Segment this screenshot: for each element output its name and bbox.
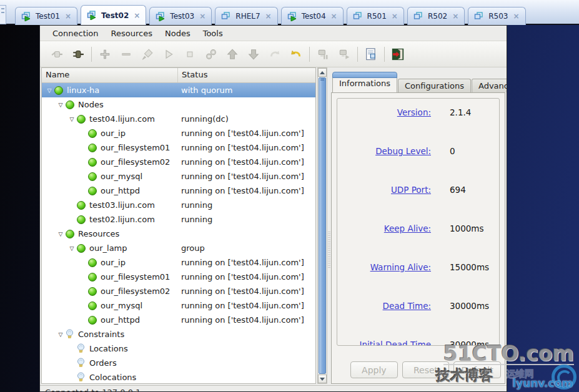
disconnect-icon[interactable] [46,46,67,63]
status-bar: Connected to 127.0.0.1 [40,385,507,392]
move-up-icon[interactable] [222,46,243,63]
stop-icon[interactable] [179,46,200,63]
field-label-link[interactable]: Dead Time: [337,301,431,311]
tree-row-our-lamp[interactable]: ▽our_lampgroup [42,241,315,255]
tab-test02[interactable]: Test02× [81,5,146,25]
field-label-link[interactable]: Version: [337,107,431,117]
tab-close-icon[interactable]: × [331,12,337,21]
manage-icon[interactable] [200,46,222,63]
scrollbar-down-arrow-icon[interactable] [318,375,327,383]
menu-nodes[interactable]: Nodes [159,27,197,40]
scrollbar-thumb[interactable] [319,77,326,374]
tab-close-icon[interactable]: × [392,12,398,21]
tree-row-test02-lijun-com[interactable]: test02.lijun.comrunning [42,212,315,227]
expander-triangle-icon[interactable]: ▽ [67,116,77,122]
bulb-icon [77,343,86,354]
tab-close-icon[interactable]: × [452,12,458,21]
panel-tab-informations[interactable]: Informations [332,76,397,92]
menu-connection[interactable]: Connection [46,27,105,40]
tree-row-constraints[interactable]: ▽Constraints [42,327,315,341]
tab-close-icon[interactable]: × [134,11,140,20]
move-down-icon[interactable] [243,46,264,63]
session-icon [413,12,424,21]
undo-icon[interactable] [285,46,307,63]
activate-node-icon[interactable] [334,46,355,63]
field-value: 694 [450,185,466,195]
tab-r503[interactable]: R503× [468,7,525,25]
tab-scroll-strip[interactable] [0,5,6,24]
menu-resources[interactable]: Resources [105,27,159,40]
tree-vertical-scrollbar[interactable] [317,67,327,384]
add-icon[interactable] [94,46,116,63]
scrollbar-up-arrow-icon[interactable] [318,68,327,77]
field-label-link[interactable]: Warning Alive: [337,262,431,272]
tree-row-our-mysql[interactable]: our_mysqlrunning on ['test04.lijun.com'] [42,298,315,313]
tab-label: R502 [428,12,447,21]
connect-icon[interactable] [67,46,89,63]
tab-rhel7[interactable]: RHEL7× [215,7,277,25]
green-orb-icon [77,115,86,124]
panel-tab-advanced[interactable]: Advanced [472,79,507,92]
tree-row-locations[interactable]: Locations [42,341,315,356]
tab-close-icon[interactable]: × [65,12,71,21]
column-header-name[interactable]: Name [42,68,178,82]
tree-row-our-httpd[interactable]: our_httpdrunning on ['test04.lijun.com'] [42,184,315,198]
panel-tab-configurations[interactable]: Configurations [398,79,471,92]
default-button[interactable]: Default [453,361,501,378]
tree-row-our-filesystem01[interactable]: our_filesystem01running on ['test04.liju… [42,270,315,284]
tree-item-label: our_ip [101,129,126,138]
tab-test04[interactable]: Test04× [281,7,344,25]
start-icon[interactable] [158,46,179,63]
tab-test03[interactable]: Test03× [149,7,212,25]
tree-row-our-httpd[interactable]: our_httpdrunning on ['test04.lijun.com'] [42,313,315,327]
expander-triangle-icon[interactable]: ▽ [67,245,77,252]
field-label-link[interactable]: UDP Port: [337,185,431,195]
tab-r501[interactable]: R501× [347,7,404,25]
tab-close-icon[interactable]: × [199,12,205,21]
remove-icon[interactable] [116,46,137,63]
expander-triangle-icon[interactable]: ▽ [56,331,66,338]
tree-row-our-ip[interactable]: our_iprunning on ['test04.lijun.com'] [42,255,315,270]
tree-row-orders[interactable]: Orders [42,356,315,370]
connection-status-text: Connected to 127.0.0.1 [45,388,141,392]
field-value: 0 [450,146,455,156]
field-label-link[interactable]: Debug Level: [337,146,431,156]
tree-row-our-filesystem01[interactable]: our_filesystem01running on ['test04.liju… [42,140,315,155]
session-icon [474,12,485,21]
quit-icon[interactable] [387,46,408,63]
menu-tools[interactable]: Tools [197,27,229,40]
field-label-link[interactable]: Initial Dead Time [337,340,431,346]
tree-row-our-filesystem02[interactable]: our_filesystem02running on ['test04.liju… [42,155,315,169]
tree-item-label: test03.lijun.com [89,200,155,210]
tree-item-label: linux-ha [67,86,99,95]
tree-row-test04-lijun-com[interactable]: ▽test04.lijun.comrunning(dc) [42,112,315,126]
pane-splitter-handle[interactable] [328,232,330,269]
expander-triangle-icon[interactable]: ▽ [56,102,66,108]
redo-icon[interactable] [264,46,285,63]
tree-row-test03-lijun-com[interactable]: test03.lijun.comrunning [42,198,315,212]
tree-row-linux-ha[interactable]: ▽linux-hawith quorum [42,83,315,97]
expander-triangle-icon[interactable]: ▽ [56,231,66,237]
tree-row-our-ip[interactable]: our_iprunning on ['test04.lijun.com'] [42,126,315,140]
desktop-background: Test01×Test02×Test03×RHEL7×Test04×R501×R… [0,0,579,392]
standby-node-icon[interactable] [312,46,334,63]
expander-triangle-icon[interactable]: ▽ [44,87,54,94]
panel-button-row: ApplyResetDefault [350,361,501,378]
tab-close-icon[interactable]: × [513,12,519,21]
tab-r502[interactable]: R502× [407,7,465,25]
tree-row-our-filesystem02[interactable]: our_filesystem02running on ['test04.liju… [42,284,315,298]
tree-item-status: running on ['test04.lijun.com'] [178,258,315,267]
cleanup-icon[interactable] [137,46,158,63]
tree-body: ▽linux-hawith quorum▽Nodes▽test04.lijun.… [42,83,315,383]
tree-row-our-mysql[interactable]: our_mysqlrunning on ['test04.lijun.com'] [42,169,315,184]
tree-row-colocations[interactable]: Colocations [42,370,315,383]
tab-test01[interactable]: Test01× [15,7,77,25]
field-label-link[interactable]: Keep Alive: [337,223,431,233]
apply-button[interactable]: Apply [350,361,398,378]
reset-button[interactable]: Reset [402,361,450,378]
tab-close-icon[interactable]: × [265,12,272,21]
tree-row-nodes[interactable]: ▽Nodes [42,97,315,112]
column-header-status[interactable]: Status [178,68,315,82]
transition-info-icon[interactable] [360,46,382,63]
tree-row-resources[interactable]: ▽Resources [42,227,315,241]
